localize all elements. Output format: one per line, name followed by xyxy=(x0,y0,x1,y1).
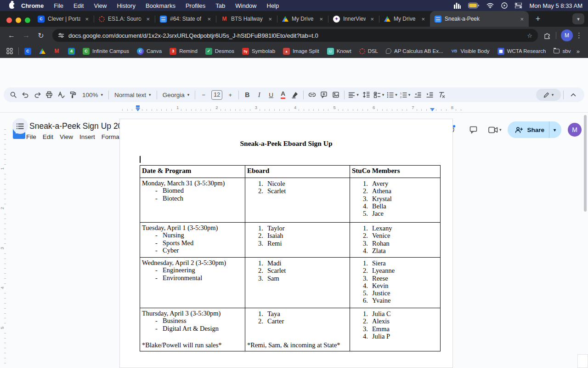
eboard-member[interactable]: Remi xyxy=(267,240,348,247)
apps-grid-icon[interactable] xyxy=(6,48,13,54)
tab-close-button[interactable]: × xyxy=(84,16,90,23)
screen-time-icon[interactable] xyxy=(454,3,461,9)
paragraph-style-select[interactable]: Normal text ▾ xyxy=(111,92,154,98)
document-page[interactable]: Sneak-a-Peek Eboard Sign Up Date & Progr… xyxy=(119,119,453,368)
stuco-member[interactable]: Yvaine xyxy=(372,297,438,304)
eboard-cell[interactable]: TaylorIsaiahRemi xyxy=(245,223,350,258)
add-comment-button[interactable] xyxy=(318,89,330,101)
date-program-cell[interactable]: Tuesday, April 1 (3-5:30pm) NursingSport… xyxy=(140,223,245,258)
fullscreen-window-button[interactable] xyxy=(25,17,30,23)
tab[interactable]: MBTS Hallway D× xyxy=(216,11,277,27)
editing-mode-select[interactable]: ▾ xyxy=(536,89,561,101)
font-select[interactable]: Georgia ▾ xyxy=(159,92,193,98)
clear-formatting-button[interactable] xyxy=(435,89,447,101)
stuco-member[interactable]: Julia C xyxy=(372,310,438,317)
date-text[interactable]: Monday, March 31 (3-5:30pm) xyxy=(142,179,243,187)
stuco-member[interactable]: Justice xyxy=(372,289,438,297)
date-program-cell[interactable]: Monday, March 31 (3-5:30pm) BiomedBiotec… xyxy=(140,178,245,223)
increase-font-size-button[interactable]: + xyxy=(224,89,236,101)
stuco-member[interactable]: Krystal xyxy=(372,195,438,202)
stuco-member[interactable]: Bella xyxy=(372,202,438,210)
control-center-icon[interactable] xyxy=(515,3,522,8)
menubar-item[interactable]: Chrome xyxy=(21,2,44,9)
document-heading[interactable]: Sneak-a-Peek Eboard Sign Up xyxy=(120,139,452,148)
share-options-caret[interactable]: ▾ xyxy=(549,121,561,138)
eboard-member[interactable]: Carter xyxy=(267,317,348,325)
bookmark-image-split[interactable]: ▲Image Split xyxy=(283,48,319,55)
minimize-window-button[interactable] xyxy=(16,17,21,23)
header-eboard[interactable]: Eboard xyxy=(245,166,350,178)
tab[interactable]: CClever | Portal× xyxy=(33,11,94,27)
meet-video-call-button[interactable]: ▾ xyxy=(488,126,502,133)
stuco-member[interactable]: Jace xyxy=(372,210,438,217)
eboard-member[interactable]: Madi xyxy=(267,259,348,267)
url-text[interactable]: docs.google.com/document/d/1x2x-2JsrxURL… xyxy=(68,32,523,39)
menubar-item[interactable]: Profiles xyxy=(186,2,205,9)
first-line-indent-marker[interactable] xyxy=(136,105,140,108)
bulleted-list-button[interactable]: ▾ xyxy=(385,89,399,101)
program-item[interactable]: Sports Med xyxy=(163,239,243,247)
stuco-member[interactable]: Zlata xyxy=(372,247,438,254)
date-program-cell[interactable]: Wednesday, April 2 (3-5:30pm) Engineerin… xyxy=(140,258,245,308)
bookmarks-overflow-button[interactable]: » xyxy=(575,48,582,55)
site-settings-icon[interactable] xyxy=(58,32,64,39)
stuco-cell[interactable]: AveryAthenaKrystalBellaJace xyxy=(350,178,441,223)
program-item[interactable]: Nursing xyxy=(163,231,243,239)
battery-icon[interactable] xyxy=(468,3,479,8)
share-button[interactable]: Share ▾ xyxy=(508,121,561,138)
eboard-member[interactable]: Taya xyxy=(267,310,348,317)
date-note[interactable]: *Blake/Powell will run sales* xyxy=(142,341,222,349)
eboard-note[interactable]: *Remi, Sam, & incoming at State* xyxy=(247,341,340,349)
menubar-item[interactable]: Help xyxy=(267,2,279,9)
align-button[interactable]: ▾ xyxy=(347,89,360,101)
decrease-font-size-button[interactable]: − xyxy=(198,89,209,101)
date-program-cell[interactable]: Thursday, April 3 (3-5:30pm) BusinessDig… xyxy=(140,308,245,351)
paint-format-button[interactable] xyxy=(67,89,79,101)
numbered-list-button[interactable]: 1.2. ▾ xyxy=(399,89,412,101)
eboard-member[interactable]: Sam xyxy=(267,275,348,282)
tab[interactable]: ✦InnerView× xyxy=(328,11,379,27)
vertical-ruler[interactable]: 12345 xyxy=(0,113,8,368)
header-stuco-members[interactable]: StuCo Members xyxy=(350,166,441,178)
stuco-cell[interactable]: SieraLyeanneReeseKevinJusticeYvaine xyxy=(350,258,441,308)
program-item[interactable]: Cyber xyxy=(163,247,243,254)
menubar-item[interactable]: Bookmarks xyxy=(146,2,175,9)
bookmark-knowt[interactable]: ☺Knowt xyxy=(327,48,351,55)
decrease-indent-button[interactable] xyxy=(412,89,424,101)
docs-menu-item[interactable]: Insert xyxy=(76,132,98,142)
stuco-member[interactable]: Rohan xyxy=(372,240,438,247)
font-size-field[interactable]: 12 xyxy=(211,90,222,100)
eboard-member[interactable]: Scarlet xyxy=(267,267,348,274)
tab-close-button[interactable]: × xyxy=(318,16,324,23)
spell-check-button[interactable] xyxy=(55,89,67,101)
play-circle-icon[interactable] xyxy=(501,2,508,9)
tab-search-button[interactable]: ▾ xyxy=(572,13,584,24)
eboard-member[interactable]: Scarlet xyxy=(267,187,348,195)
eboard-cell[interactable]: NicoleScarlet xyxy=(245,178,350,223)
back-button[interactable]: ← xyxy=(6,29,17,41)
date-text[interactable]: Thursday, April 3 (3-5:30pm) xyxy=(142,310,243,317)
stuco-member[interactable]: Reese xyxy=(372,275,438,282)
vertical-scrollbar[interactable] xyxy=(584,115,587,212)
extensions-icon[interactable] xyxy=(543,32,551,40)
text-color-button[interactable]: A xyxy=(277,89,289,101)
docs-menu-item[interactable]: Edit xyxy=(40,132,57,142)
print-button[interactable] xyxy=(43,89,55,101)
account-avatar[interactable]: M xyxy=(568,123,582,137)
forward-button[interactable]: → xyxy=(20,29,32,41)
eboard-member[interactable]: Nicole xyxy=(267,180,348,187)
highlight-color-button[interactable] xyxy=(289,89,301,101)
bookmark-gmail[interactable]: M xyxy=(53,48,60,55)
tab-close-button[interactable]: × xyxy=(267,16,273,23)
program-item[interactable]: Business xyxy=(163,317,243,324)
tab-active[interactable]: Sneak-a-Peek× xyxy=(430,11,529,27)
bookmark-google-drive[interactable] xyxy=(39,48,45,54)
program-item[interactable]: Digital Art & Design xyxy=(163,325,243,332)
underline-button[interactable]: U xyxy=(265,89,277,101)
program-item[interactable]: Engineering xyxy=(163,266,243,274)
tab[interactable]: ES1.A: Source× xyxy=(94,11,155,27)
bookmark-wcta-research[interactable]: ▦WCTA Research xyxy=(498,48,546,55)
undo-button[interactable] xyxy=(19,89,31,101)
bold-button[interactable]: B xyxy=(241,89,253,101)
stuco-member[interactable]: Siera xyxy=(372,259,438,267)
